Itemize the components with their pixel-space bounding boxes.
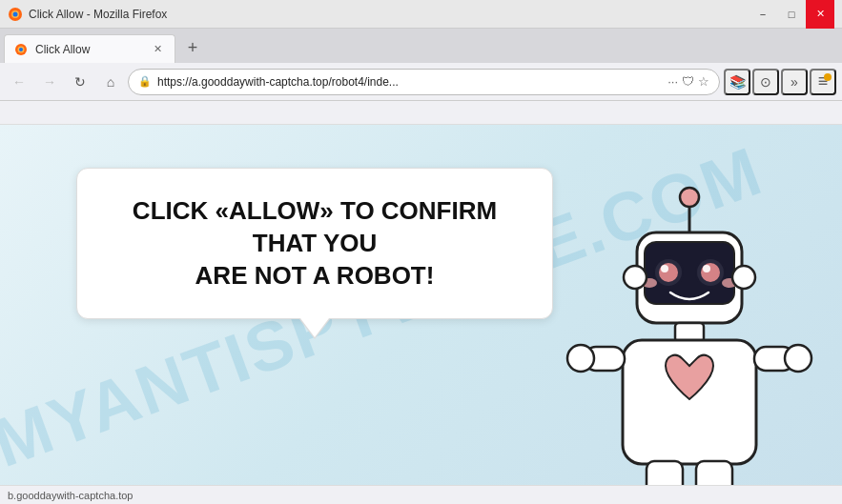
robot-svg <box>565 180 813 504</box>
titlebar-left: Click Allow - Mozilla Firefox <box>8 7 167 22</box>
address-actions: ··· 🛡 ☆ <box>667 74 709 89</box>
svg-point-25 <box>785 345 811 372</box>
forward-button[interactable]: → <box>36 69 63 95</box>
security-icon: 🔒 <box>138 75 152 88</box>
svg-point-23 <box>567 345 594 372</box>
svg-rect-21 <box>623 340 756 464</box>
statusbar-url: b.gooddaywith-captcha.top <box>8 490 133 501</box>
firefox-icon <box>8 7 23 22</box>
robot-illustration <box>565 180 813 504</box>
svg-point-17 <box>703 265 710 272</box>
extensions-button[interactable]: » <box>781 69 808 95</box>
speech-bubble: CLICK «ALLOW» TO CONFIRM THAT YOU ARE NO… <box>76 168 553 319</box>
page-content: MYANTISPYWARE.COM CLICK «ALLOW» TO CONFI… <box>0 125 842 504</box>
statusbar: b.gooddaywith-captcha.top <box>0 485 842 504</box>
titlebar-title: Click Allow - Mozilla Firefox <box>29 8 167 21</box>
navbar: ← → ↻ ⌂ 🔒 https://a.gooddaywith-captcha.… <box>0 63 842 101</box>
tab-favicon <box>14 43 28 56</box>
svg-point-2 <box>13 11 18 16</box>
captcha-line1: CLICK «ALLOW» TO CONFIRM THAT YOU <box>133 196 497 257</box>
tab-click-allow[interactable]: Click Allow ✕ <box>4 34 175 63</box>
svg-point-13 <box>661 265 668 272</box>
svg-point-5 <box>19 48 23 51</box>
close-button[interactable]: ✕ <box>806 0 834 29</box>
library-button[interactable]: 📚 <box>724 69 750 95</box>
new-tab-button[interactable]: + <box>179 34 206 61</box>
minimize-button[interactable]: − <box>749 0 777 29</box>
svg-point-28 <box>624 266 647 289</box>
captcha-message: CLICK «ALLOW» TO CONFIRM THAT YOU ARE NO… <box>112 195 518 292</box>
address-bar[interactable]: 🔒 https://a.gooddaywith-captcha.top/robo… <box>128 69 720 95</box>
svg-point-12 <box>659 263 678 282</box>
tab-close-button[interactable]: ✕ <box>150 42 165 57</box>
svg-point-29 <box>732 266 755 289</box>
titlebar-controls: − □ ✕ <box>749 0 834 29</box>
nav-right: 📚 ⊙ » ≡ <box>724 69 836 95</box>
tabbar: Click Allow ✕ + <box>0 29 842 63</box>
sync-button[interactable]: ⊙ <box>752 69 779 95</box>
back-button[interactable]: ← <box>6 69 32 95</box>
reload-button[interactable]: ↻ <box>67 69 93 95</box>
more-actions-icon[interactable]: ··· <box>667 74 678 89</box>
captcha-line2: ARE NOT A ROBOT! <box>195 261 435 290</box>
menu-button[interactable]: ≡ <box>810 69 836 95</box>
titlebar: Click Allow - Mozilla Firefox − □ ✕ <box>0 0 842 29</box>
svg-point-6 <box>680 188 699 207</box>
address-url: https://a.gooddaywith-captcha.top/robot4… <box>157 75 662 89</box>
star-icon[interactable]: ☆ <box>698 74 709 89</box>
maximize-button[interactable]: □ <box>777 0 806 29</box>
svg-point-16 <box>701 263 720 282</box>
shield-icon: 🛡 <box>682 74 694 89</box>
bookmarkbar <box>0 101 842 125</box>
home-button[interactable]: ⌂ <box>97 69 124 95</box>
tab-label: Click Allow <box>35 43 90 56</box>
